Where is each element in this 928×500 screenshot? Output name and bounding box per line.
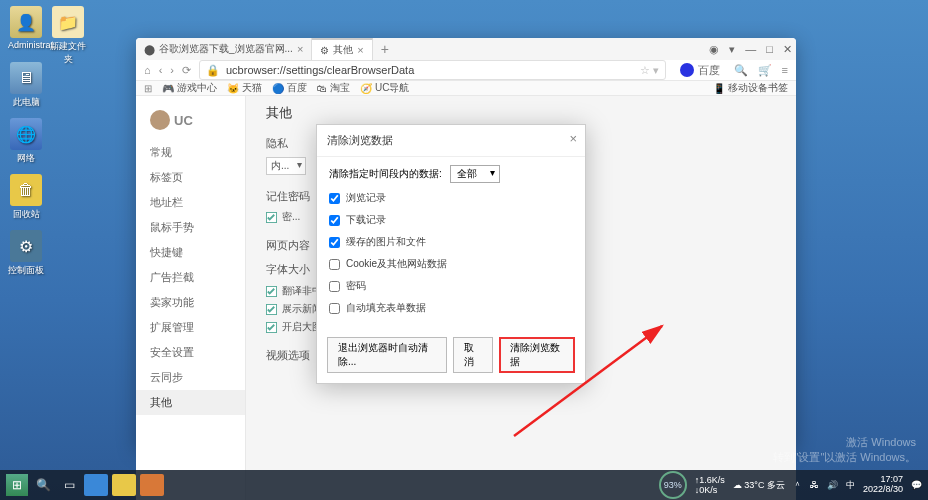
sidebar-item-other[interactable]: 其他 xyxy=(136,390,245,415)
cpu-gauge[interactable]: 93% xyxy=(659,471,687,499)
bookmark-item[interactable]: 🧭UC导航 xyxy=(360,81,409,95)
tray-chevron-icon[interactable]: ＾ xyxy=(793,479,802,492)
dialog-close-icon[interactable]: × xyxy=(569,131,577,146)
bookmark-bar: ⊞ 🎮游戏中心 🐱天猫 🔵百度 🛍淘宝 🧭UC导航 📱移动设备书签 xyxy=(136,81,796,96)
tray-volume-icon[interactable]: 🔊 xyxy=(827,480,838,490)
taskview-icon[interactable]: ▭ xyxy=(58,474,80,496)
tab-close-icon[interactable]: × xyxy=(297,43,303,55)
sidebar-item[interactable]: 卖家功能 xyxy=(136,290,245,315)
notifications-icon[interactable]: 💬 xyxy=(911,480,922,490)
dropdown-icon[interactable]: ▾ xyxy=(729,43,735,56)
desktop-icon-admin[interactable]: 👤Administrat... xyxy=(8,6,44,50)
opt-passwords[interactable]: 密码 xyxy=(329,279,573,293)
sidebar-item[interactable]: 地址栏 xyxy=(136,190,245,215)
lock-icon: 🔒 xyxy=(206,64,220,77)
privacy-select[interactable]: 内... xyxy=(266,157,306,175)
desktop-icon-network[interactable]: 🌐网络 xyxy=(8,118,44,165)
opt-cache[interactable]: 缓存的图片和文件 xyxy=(329,235,573,249)
clock[interactable]: 17:072022/8/30 xyxy=(863,475,903,495)
shield-icon[interactable]: ◉ xyxy=(709,43,719,56)
menu-icon[interactable]: ≡ xyxy=(782,64,788,77)
reload-icon[interactable]: ⟳ xyxy=(182,64,191,77)
tray-ime-icon[interactable]: 中 xyxy=(846,479,855,492)
url-field[interactable]: 🔒 ☆ ▾ xyxy=(199,60,666,80)
cancel-button[interactable]: 取消 xyxy=(453,337,493,373)
tray-network-icon[interactable]: 🖧 xyxy=(810,480,819,490)
sidebar-item[interactable]: 安全设置 xyxy=(136,340,245,365)
sidebar-item[interactable]: 扩展管理 xyxy=(136,315,245,340)
browser-window: ⬤谷歌浏览器下载_浏览器官网...× ⚙其他× + ◉ ▾ — □ ✕ ⌂ ‹ … xyxy=(136,38,796,448)
settings-sidebar: UC 常规 标签页 地址栏 鼠标手势 快捷键 广告拦截 卖家功能 扩展管理 安全… xyxy=(136,96,246,500)
activate-windows: 激活 Windows转到"设置"以激活 Windows。 xyxy=(773,435,917,464)
search-engine[interactable]: 百度 xyxy=(674,62,726,79)
tab-close-icon[interactable]: × xyxy=(357,44,363,56)
bookmark-item[interactable]: 🛍淘宝 xyxy=(317,81,350,95)
desktop-icon-pc[interactable]: 🖥此电脑 xyxy=(8,62,44,109)
page-title: 其他 xyxy=(266,104,776,122)
bookmark-item[interactable]: 🔵百度 xyxy=(272,81,307,95)
sidebar-item[interactable]: 广告拦截 xyxy=(136,265,245,290)
home-icon[interactable]: ⌂ xyxy=(144,64,151,76)
opt-download-history[interactable]: 下载记录 xyxy=(329,213,573,227)
close-button[interactable]: ✕ xyxy=(783,43,792,56)
clear-data-dialog: 清除浏览数据× 清除指定时间段内的数据:全部 浏览记录 下载记录 缓存的图片和文… xyxy=(316,124,586,384)
apps-icon[interactable]: ⊞ xyxy=(144,83,152,94)
taskbar-app[interactable] xyxy=(112,474,136,496)
sidebar-item[interactable]: 鼠标手势 xyxy=(136,215,245,240)
new-tab-button[interactable]: + xyxy=(373,41,397,57)
desktop-icon-control[interactable]: ⚙控制面板 xyxy=(8,230,44,277)
start-button[interactable]: ⊞ xyxy=(6,474,28,496)
desktop-icon-folder[interactable]: 📁新建文件夹 xyxy=(50,6,86,66)
range-label: 清除指定时间段内的数据: xyxy=(329,167,442,181)
baidu-icon xyxy=(680,63,694,77)
dialog-title: 清除浏览数据× xyxy=(317,125,585,157)
taskbar-app[interactable] xyxy=(140,474,164,496)
weather[interactable]: ☁ 33°C 多云 xyxy=(733,479,785,492)
uc-logo: UC xyxy=(136,104,245,140)
cart-icon[interactable]: 🛒 xyxy=(758,64,772,77)
bookmark-item[interactable]: 🐱天猫 xyxy=(227,81,262,95)
sidebar-item[interactable]: 云同步 xyxy=(136,365,245,390)
search-icon[interactable]: 🔍 xyxy=(32,474,54,496)
taskbar: ⊞ 🔍 ▭ 93% ↑1.6K/s↓0K/s ☁ 33°C 多云 ＾ 🖧 🔊 中… xyxy=(0,470,928,500)
sidebar-item[interactable]: 常规 xyxy=(136,140,245,165)
opt-cookies[interactable]: Cookie及其他网站数据 xyxy=(329,257,573,271)
back-icon[interactable]: ‹ xyxy=(159,64,163,76)
minimize-button[interactable]: — xyxy=(745,43,756,56)
range-select[interactable]: 全部 xyxy=(450,165,500,183)
network-speed: ↑1.6K/s↓0K/s xyxy=(695,475,725,495)
sidebar-item[interactable]: 标签页 xyxy=(136,165,245,190)
forward-icon[interactable]: › xyxy=(170,64,174,76)
fontsize-label: 字体大小 xyxy=(266,262,310,277)
desktop-icon-recycle[interactable]: 🗑回收站 xyxy=(8,174,44,221)
address-bar: ⌂ ‹ › ⟳ 🔒 ☆ ▾ 百度 🔍 🛒 ≡ xyxy=(136,60,796,81)
sidebar-item[interactable]: 快捷键 xyxy=(136,240,245,265)
opt-browsing-history[interactable]: 浏览记录 xyxy=(329,191,573,205)
confirm-clear-button[interactable]: 清除浏览数据 xyxy=(499,337,575,373)
bookmark-item[interactable]: 🎮游戏中心 xyxy=(162,81,217,95)
titlebar: ⬤谷歌浏览器下载_浏览器官网...× ⚙其他× + ◉ ▾ — □ ✕ xyxy=(136,38,796,60)
tab-1[interactable]: ⚙其他× xyxy=(312,38,372,60)
tab-0[interactable]: ⬤谷歌浏览器下载_浏览器官网...× xyxy=(136,38,312,60)
url-input[interactable] xyxy=(226,64,634,76)
search-icon[interactable]: 🔍 xyxy=(734,64,748,77)
taskbar-app[interactable] xyxy=(84,474,108,496)
maximize-button[interactable]: □ xyxy=(766,43,773,56)
mobile-bookmarks[interactable]: 📱移动设备书签 xyxy=(713,81,788,95)
opt-autofill[interactable]: 自动填充表单数据 xyxy=(329,301,573,315)
auto-clear-button[interactable]: 退出浏览器时自动清除... xyxy=(327,337,447,373)
